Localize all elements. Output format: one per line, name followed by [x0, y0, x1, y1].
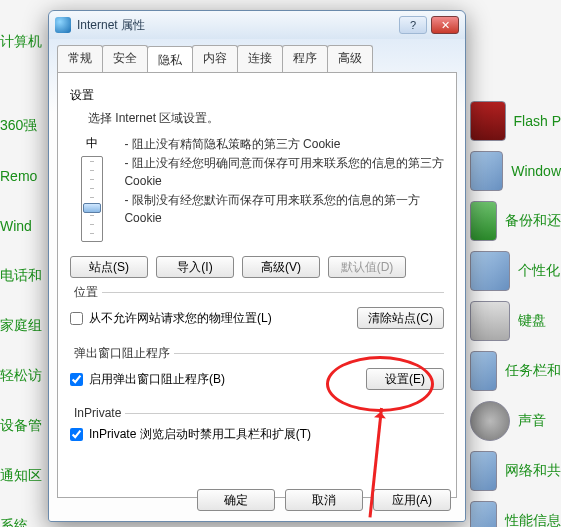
bg-link[interactable]: 系统 — [0, 501, 47, 527]
default-button[interactable]: 默认值(D) — [328, 256, 406, 278]
bg-link[interactable]: 性能信息 — [470, 496, 561, 527]
tab-content[interactable]: 内容 — [192, 45, 238, 72]
bg-link[interactable]: 任务栏和 — [470, 346, 561, 396]
privacy-slider[interactable] — [81, 156, 103, 242]
apply-button[interactable]: 应用(A) — [373, 489, 451, 511]
bg-link[interactable]: 声音 — [470, 396, 561, 446]
tab-panel-privacy: 设置 选择 Internet 区域设置。 中 阻止没有精简隐私策略的第三方 Co… — [57, 72, 457, 498]
close-button[interactable]: ✕ — [431, 16, 459, 34]
location-checkbox-label[interactable]: 从不允许网站请求您的物理位置(L) — [70, 310, 272, 327]
location-legend: 位置 — [70, 284, 102, 301]
advanced-button[interactable]: 高级(V) — [242, 256, 320, 278]
bg-link[interactable]: 键盘 — [470, 296, 561, 346]
popup-checkbox[interactable] — [70, 373, 83, 386]
settings-desc: 选择 Internet 区域设置。 — [88, 110, 444, 127]
titlebar[interactable]: Internet 属性 ? ✕ — [49, 11, 465, 39]
popup-legend: 弹出窗口阻止程序 — [70, 345, 174, 362]
bg-link[interactable]: 电话和 — [0, 251, 47, 301]
inprivate-checkbox-label[interactable]: InPrivate 浏览启动时禁用工具栏和扩展(T) — [70, 426, 444, 443]
settings-heading: 设置 — [70, 87, 444, 104]
inprivate-checkbox[interactable] — [70, 428, 83, 441]
tab-advanced[interactable]: 高级 — [327, 45, 373, 72]
flash-icon — [470, 101, 506, 141]
bg-link[interactable]: 家庭组 — [0, 301, 47, 351]
taskbar-icon — [470, 351, 497, 391]
tab-programs[interactable]: 程序 — [282, 45, 328, 72]
popup-settings-button[interactable]: 设置(E) — [366, 368, 444, 390]
bg-link[interactable]: 轻松访 — [0, 351, 47, 401]
sound-icon — [470, 401, 510, 441]
personalize-icon — [470, 251, 510, 291]
privacy-level-label: 中 — [70, 135, 114, 152]
network-icon — [470, 451, 497, 491]
location-checkbox[interactable] — [70, 312, 83, 325]
tab-general[interactable]: 常规 — [57, 45, 103, 72]
import-button[interactable]: 导入(I) — [156, 256, 234, 278]
bg-link[interactable]: Wind — [0, 201, 47, 251]
bg-link[interactable]: 个性化 — [470, 246, 561, 296]
dialog-footer: 确定 取消 应用(A) — [197, 489, 451, 511]
inprivate-legend: InPrivate — [70, 406, 125, 420]
bg-link[interactable]: Window — [470, 146, 561, 196]
tab-security[interactable]: 安全 — [102, 45, 148, 72]
perf-icon — [470, 501, 497, 527]
dialog-title: Internet 属性 — [77, 17, 399, 34]
popup-blocker-group: 弹出窗口阻止程序 启用弹出窗口阻止程序(B) 设置(E) — [70, 345, 444, 400]
popup-checkbox-label[interactable]: 启用弹出窗口阻止程序(B) — [70, 371, 225, 388]
bg-link[interactable]: 通知区 — [0, 451, 47, 501]
bg-right-column: Flash P Window 备份和还 个性化 键盘 任务栏和 声音 网络和共 … — [470, 0, 561, 527]
help-button[interactable]: ? — [399, 16, 427, 34]
tab-privacy[interactable]: 隐私 — [147, 46, 193, 73]
internet-properties-dialog: Internet 属性 ? ✕ 常规 安全 隐私 内容 连接 程序 高级 设置 … — [48, 10, 466, 522]
tabstrip: 常规 安全 隐私 内容 连接 程序 高级 — [49, 39, 465, 72]
bg-link[interactable]: Remo — [0, 151, 47, 201]
keyboard-icon — [470, 301, 510, 341]
bg-link[interactable]: 计算机 — [0, 17, 47, 67]
bg-link[interactable]: 备份和还 — [470, 196, 561, 246]
windows-icon — [470, 151, 503, 191]
sites-button[interactable]: 站点(S) — [70, 256, 148, 278]
bg-link[interactable]: 网络和共 — [470, 446, 561, 496]
bg-link[interactable]: 设备管 — [0, 401, 47, 451]
privacy-level-desc: 阻止没有精简隐私策略的第三方 Cookie 阻止没有经您明确同意而保存可用来联系… — [124, 135, 444, 242]
bg-link[interactable]: Flash P — [470, 96, 561, 146]
clear-sites-button[interactable]: 清除站点(C) — [357, 307, 444, 329]
ok-button[interactable]: 确定 — [197, 489, 275, 511]
tab-connections[interactable]: 连接 — [237, 45, 283, 72]
bg-left-column: 计算机 360强 Remo Wind 电话和 家庭组 轻松访 设备管 通知区 系… — [0, 0, 47, 527]
location-group: 位置 从不允许网站请求您的物理位置(L) 清除站点(C) — [70, 284, 444, 339]
cancel-button[interactable]: 取消 — [285, 489, 363, 511]
inprivate-group: InPrivate InPrivate 浏览启动时禁用工具栏和扩展(T) — [70, 406, 444, 453]
bg-link[interactable]: 360强 — [0, 101, 47, 151]
backup-icon — [470, 201, 497, 241]
ie-icon — [55, 17, 71, 33]
